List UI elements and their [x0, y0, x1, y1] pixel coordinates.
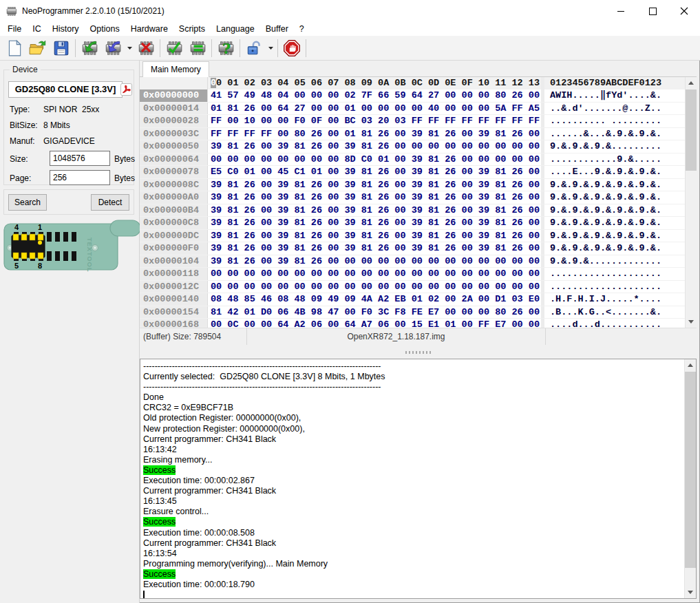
hex-address: 0x000000C8 [140, 217, 208, 229]
hex-ascii[interactable]: .................... [541, 281, 661, 293]
hex-ascii[interactable]: 9.&.9.&.9.&.9.&.9.&. [541, 242, 661, 255]
log-line: Current programmer: CH341 Black [143, 538, 679, 549]
menu-item-buffer[interactable]: Buffer [260, 22, 294, 36]
toolbar-separator [211, 39, 212, 57]
menu-item-hardware[interactable]: Hardware [125, 22, 173, 36]
read-chip-button[interactable] [78, 38, 101, 59]
menu-item-help[interactable]: ? [294, 22, 310, 36]
stop-button[interactable] [280, 38, 304, 59]
pdf-icon[interactable] [120, 83, 132, 96]
success-badge: Success [143, 569, 176, 579]
hex-ascii[interactable]: ..&.d'.......@...Z.. [541, 103, 661, 115]
hex-ascii[interactable]: .......... ......... [541, 115, 661, 127]
hex-address: 0x000000F0 [140, 242, 208, 255]
detect-chip-button[interactable]: ? [214, 38, 237, 59]
status-file-name: OpenXR872_1.18.187.img [247, 328, 546, 345]
hex-bytes[interactable]: 08 48 85 46 08 48 09 49 09 4A A2 EB 01 0… [208, 293, 540, 306]
save-file-button[interactable] [50, 38, 73, 59]
hex-ascii[interactable]: 9.&.9.&.9.&.9.&.9.&. [541, 179, 661, 191]
log-line: Success [143, 517, 679, 527]
chip-detect-question-icon: ? [217, 39, 235, 57]
hex-bytes[interactable]: 00 00 00 00 00 00 00 00 00 00 00 00 00 0… [208, 281, 540, 293]
chevron-down-icon [127, 45, 133, 51]
menu-item-file[interactable]: File [2, 22, 27, 36]
close-button[interactable] [668, 0, 700, 22]
socket-lever-knob[interactable] [110, 220, 140, 236]
size-input[interactable] [50, 151, 110, 166]
erase-chip-button[interactable] [134, 38, 158, 59]
scroll-up-button[interactable] [686, 77, 697, 89]
log-line: CRC32 = 0xE9BCF71B [143, 403, 679, 413]
maximize-button[interactable] [637, 0, 668, 22]
hex-scrollbar[interactable] [685, 77, 697, 328]
hex-ascii[interactable]: 9.&.9.&.9.&.9.&.9.&. [541, 204, 661, 217]
hex-ascii[interactable]: 9.&.9.&.9.&.9.&.9.&. [541, 217, 661, 229]
write-options-dropdown[interactable] [125, 38, 134, 59]
hex-bytes[interactable]: 39 81 26 00 39 81 26 00 39 81 26 00 00 0… [208, 140, 540, 153]
hex-ascii[interactable]: .H.F.H.I.J.....*.... [541, 293, 661, 306]
device-name-display[interactable]: GD25Q80 CLONE [3.3V] [8, 81, 123, 98]
hex-ascii[interactable]: 9.&.9.&............. [541, 255, 661, 268]
log-scrollbar-thumb[interactable] [685, 372, 696, 568]
hex-bytes[interactable]: FF 00 10 00 00 F0 0F 00 BC 03 20 03 FF F… [208, 115, 540, 127]
text-cursor [143, 591, 145, 599]
hex-address: 0x0000012C [140, 281, 208, 293]
page-input[interactable] [50, 170, 110, 185]
triangle-up-icon [688, 81, 694, 85]
log-scrollbar[interactable] [684, 359, 696, 598]
hex-bytes[interactable]: 39 81 26 00 39 81 26 00 39 81 26 00 39 8… [208, 242, 540, 255]
unlock-options-dropdown[interactable] [266, 38, 275, 59]
hex-bytes[interactable]: 00 00 00 00 00 00 00 00 00 00 00 00 00 0… [208, 268, 540, 280]
hex-bytes[interactable]: 39 81 26 00 39 81 26 00 39 81 26 00 39 8… [208, 217, 540, 229]
minimize-button[interactable] [605, 0, 637, 22]
search-button[interactable]: Search [8, 194, 47, 211]
new-file-button[interactable] [3, 38, 26, 59]
hex-bytes[interactable]: 39 81 26 00 39 81 26 00 39 81 26 00 39 8… [208, 230, 540, 242]
hex-ascii[interactable]: AWIH.....‖fYd'....&. [541, 89, 661, 102]
hex-ascii[interactable]: 9.&.9.&.9.&.9.&.9.&. [541, 230, 661, 242]
detect-button[interactable]: Detect [91, 194, 129, 211]
hex-ascii[interactable]: 9.&.9.&.9.&.9.&.9.&. [541, 191, 661, 204]
hex-ascii[interactable]: .B...K.G..<.......&. [541, 306, 661, 319]
hex-ascii[interactable]: 9.&.9.&.9.&......... [541, 140, 661, 153]
hex-row: 0x0000011800 00 00 00 00 00 00 00 00 00 … [140, 268, 697, 281]
menu-item-options[interactable]: Options [85, 22, 125, 36]
scroll-down-button[interactable] [686, 316, 697, 328]
hex-bytes[interactable]: 41 57 49 48 04 00 00 00 02 7F 66 59 64 2… [208, 89, 540, 102]
hex-bytes[interactable]: 81 42 01 D0 06 4B 98 47 00 F0 3C F8 FE E… [208, 306, 540, 319]
hex-bytes[interactable]: 01 81 26 00 64 27 00 00 01 00 00 00 00 4… [208, 103, 540, 115]
hex-bytes[interactable]: 39 81 26 00 39 81 26 00 39 81 26 00 39 8… [208, 191, 540, 204]
hex-bytes[interactable]: 00 00 00 00 00 00 00 00 8D C0 01 00 39 8… [208, 154, 540, 166]
compare-chip-button[interactable] [186, 38, 209, 59]
menu-item-history[interactable]: History [47, 22, 85, 36]
hex-ascii[interactable]: ....E...9.&.9.&.9.&. [541, 166, 661, 178]
tab-main-memory[interactable]: Main Memory [142, 61, 209, 77]
unlock-button[interactable] [242, 38, 266, 59]
log-line: ----------------------------------------… [143, 361, 679, 372]
inserted-chip [12, 234, 45, 259]
hex-bytes[interactable]: E5 C0 01 00 45 C1 01 00 39 81 26 00 39 8… [208, 166, 540, 178]
close-icon [680, 7, 688, 15]
hex-bytes[interactable]: 00 0C 00 00 64 A2 06 00 64 A7 06 00 15 E… [208, 319, 540, 328]
splitter-handle[interactable] [140, 345, 697, 359]
menu-item-scripts[interactable]: Scripts [173, 22, 211, 36]
hex-ascii[interactable]: .................... [541, 268, 661, 280]
log-line: Erasing memory... [143, 455, 679, 465]
hex-bytes[interactable]: 39 81 26 00 39 81 26 00 00 00 00 00 00 0… [208, 255, 540, 268]
hex-bytes[interactable]: 39 81 26 00 39 81 26 00 39 81 26 00 39 8… [208, 179, 540, 191]
hex-bytes[interactable]: 39 81 26 00 39 81 26 00 39 81 26 00 39 8… [208, 204, 540, 217]
open-file-button[interactable] [26, 38, 50, 59]
hex-bytes[interactable]: FF FF FF FF 00 80 26 00 01 81 26 00 39 8… [208, 128, 540, 140]
write-chip-button[interactable] [101, 38, 125, 59]
menu-item-language[interactable]: Language [211, 22, 260, 36]
scroll-up-button[interactable] [685, 359, 696, 371]
hex-ascii[interactable]: ....d...d........... [541, 319, 661, 328]
menu-item-ic[interactable]: IC [27, 22, 47, 36]
log-lines: ----------------------------------------… [140, 359, 696, 599]
verify-chip-button[interactable] [162, 38, 186, 59]
hex-row: 0x0000010439 81 26 00 39 81 26 00 00 00 … [140, 255, 697, 268]
hex-ascii[interactable]: ............9.&..... [541, 154, 661, 166]
scroll-down-button[interactable] [685, 586, 696, 598]
hex-scrollbar-thumb[interactable] [686, 89, 697, 171]
hex-ascii[interactable]: ......&...&.9.&.9.&. [541, 128, 661, 140]
